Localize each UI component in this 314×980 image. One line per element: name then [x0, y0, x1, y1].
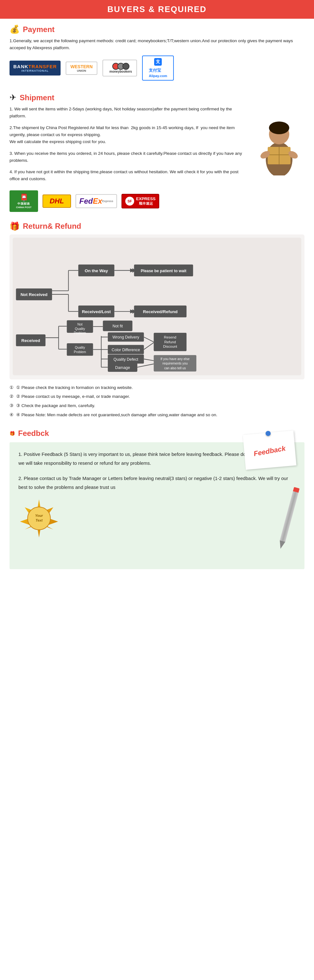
refund-section: 🎁 Return& Refund Not Received On the Way — [0, 218, 314, 426]
svg-text:On the Way: On the Way — [85, 268, 108, 273]
shipment-image-area — [247, 106, 304, 187]
svg-rect-40 — [67, 343, 93, 356]
bank-transfer-logo: BANKTRANSFER INTERNATIONAL — [10, 60, 60, 75]
refund-note-1: ① ① Please check the tracking in formati… — [10, 384, 304, 391]
svg-text:Text: Text — [35, 519, 43, 522]
badge-svg: Your Text — [18, 498, 60, 539]
wu-sub: UNION — [77, 69, 86, 72]
sf-icon: SF — [125, 197, 134, 205]
svg-text:Your: Your — [35, 514, 43, 517]
shipment-content: 1. We will sent the items within 2-5days… — [10, 106, 304, 187]
svg-text:Received: Received — [21, 338, 40, 343]
svg-text:Discount: Discount — [163, 345, 177, 348]
refund-notes-list: ① ① Please check the tracking in formati… — [10, 384, 304, 418]
payment-description: 1.Generally, we accept the following pay… — [10, 37, 304, 51]
feedback-icon: 🎁 — [10, 431, 15, 436]
moneybookers-logo: moneybookers — [102, 60, 137, 76]
feedback-note-card: Feedback — [243, 431, 297, 470]
shipment-title-row: ✈ Shipment — [10, 93, 304, 102]
shipment-para-4: 4. If you have not got it within the shi… — [10, 169, 247, 183]
chinapost-en: CHINA POST — [16, 206, 32, 209]
chinapost-logo: 📮 中国邮政 CHINA POST — [10, 190, 38, 212]
alipay-logo: 支 支付宝Alipay.com — [142, 56, 174, 81]
alipay-label: 支付宝Alipay.com — [149, 68, 167, 78]
pushpin-icon — [265, 431, 271, 436]
svg-text:Not fit: Not fit — [113, 324, 123, 328]
dhl-label: DHL — [49, 197, 64, 205]
shipment-heading: Shipment — [20, 93, 54, 102]
shipment-para-1: 1. We will sent the items within 2-5days… — [10, 106, 247, 120]
payment-heading: Payment — [23, 25, 55, 34]
feedback-body: Feedback 1. Positive Feedback (5 Stars) … — [10, 442, 304, 569]
alipay-icon: 支 — [154, 58, 162, 66]
svg-text:can also tell us: can also tell us — [164, 366, 186, 370]
svg-text:Refund: Refund — [164, 340, 176, 344]
refund-title-row: 🎁 Return& Refund — [10, 221, 304, 231]
svg-text:Received/Refund: Received/Refund — [143, 309, 178, 314]
shipment-person-svg — [254, 106, 304, 175]
bank-subtitle: INTERNATIONAL — [22, 69, 49, 72]
feedback-heading: Feedbck — [18, 429, 49, 438]
moneybookers-label: moneybookers — [109, 70, 132, 73]
western-union-logo: WESTERN UNION — [66, 62, 97, 75]
svg-text:Color Difference: Color Difference — [112, 347, 140, 352]
chinapost-cn: 中国邮政 — [17, 202, 30, 206]
bank-name: BANKTRANSFER — [13, 64, 57, 69]
svg-text:Please be patient to wait: Please be patient to wait — [141, 269, 187, 273]
flowchart-container: Not Received On the Way Please be patien… — [10, 234, 304, 379]
flowchart-svg: Not Received On the Way Please be patien… — [13, 238, 301, 375]
feedback-section: 🎁 Feedbck Feedback 1. Positive Feedback … — [0, 426, 314, 579]
svg-text:requirements you: requirements you — [162, 362, 188, 365]
shipment-icon: ✈ — [10, 93, 16, 102]
svg-text:Not Received: Not Received — [21, 292, 48, 297]
svg-text:Not: Not — [78, 323, 82, 326]
svg-point-2 — [269, 121, 289, 134]
dhl-logo: DHL — [43, 194, 71, 208]
feedback-note-label: Feedback — [253, 444, 286, 458]
svg-rect-32 — [67, 320, 93, 332]
sf-text: EXPRESS 顺丰速运 — [136, 196, 155, 206]
refund-note-4: ④ ④ Please Note: Men made defects are no… — [10, 411, 304, 418]
page-header: BUYERS & REQUIRED — [0, 0, 314, 19]
shipment-text-area: 1. We will sent the items within 2-5days… — [10, 106, 247, 187]
svg-text:Received/Lost: Received/Lost — [82, 309, 111, 314]
payment-section: 💰 Payment 1.Generally, we accept the fol… — [0, 19, 314, 87]
feedback-para-2: 2. Please contact us by Trade Manager or… — [18, 474, 296, 492]
fedex-fe: Fed — [79, 197, 93, 205]
svg-text:Quality: Quality — [75, 327, 85, 330]
shipment-section: ✈ Shipment 1. We will sent the items wit… — [0, 87, 314, 218]
shipping-logos-row: 📮 中国邮政 CHINA POST DHL FedEx Express SF E… — [10, 190, 304, 212]
payment-title-row: 💰 Payment — [10, 24, 304, 34]
gold-badge: Your Text — [18, 498, 60, 539]
wu-name: WESTERN — [70, 64, 93, 69]
svg-text:If you have any else: If you have any else — [160, 357, 190, 360]
payment-logos-row: BANKTRANSFER INTERNATIONAL WESTERN UNION… — [10, 56, 304, 81]
chinapost-icon: 📮 — [20, 194, 28, 202]
fedex-ex: Ex — [93, 197, 102, 205]
feedback-bottom-area: Your Text — [18, 498, 296, 539]
shipment-para-2: 2.The shipment by China Post Registered … — [10, 124, 247, 146]
refund-icon: 🎁 — [10, 221, 20, 231]
fedex-sub: Express — [102, 200, 113, 203]
page-title: BUYERS & REQUIRED — [0, 5, 314, 14]
pencil-tip — [278, 540, 285, 549]
circle-3 — [122, 63, 129, 70]
payment-icon: 💰 — [10, 24, 20, 34]
refund-note-2: ② ② Please contact us by meesage, e-mail… — [10, 393, 304, 400]
sf-logo: SF EXPRESS 顺丰速运 — [122, 194, 159, 208]
svg-text:Damage: Damage — [115, 365, 130, 370]
svg-text:Quality Defect: Quality Defect — [114, 357, 138, 361]
svg-text:Problem: Problem — [74, 331, 86, 335]
svg-text:Resend: Resend — [164, 335, 176, 339]
refund-heading: Return& Refund — [23, 222, 81, 231]
svg-text:Wrong Delivery: Wrong Delivery — [113, 335, 140, 339]
moneybookers-circles — [112, 63, 127, 70]
refund-note-3: ③ ③ Check the package and Item, carefull… — [10, 402, 304, 409]
svg-text:Quality: Quality — [75, 345, 85, 349]
fedex-logo: FedEx Express — [76, 194, 117, 208]
shipment-para-3: 3. When you receive the items you ordere… — [10, 150, 247, 164]
svg-text:Problem: Problem — [74, 350, 86, 354]
